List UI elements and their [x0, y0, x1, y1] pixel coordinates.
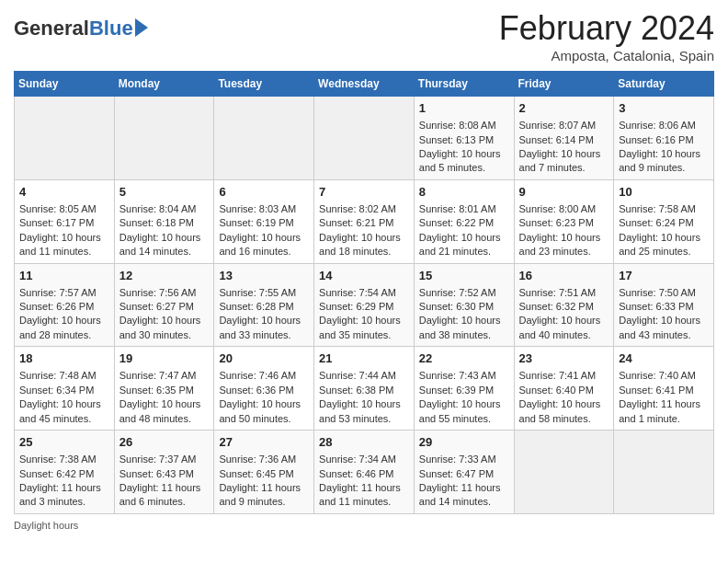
- day-info-line: Sunset: 6:36 PM: [219, 384, 309, 397]
- day-info-line: Sunset: 6:24 PM: [619, 216, 709, 230]
- day-info-line: Daylight: 10 hours and 50 minutes.: [219, 397, 309, 426]
- day-of-week-header: Sunday: [15, 72, 115, 97]
- day-info-line: Sunset: 6:19 PM: [219, 216, 309, 230]
- calendar-cell: [314, 97, 415, 180]
- calendar-cell: 4Sunrise: 8:05 AMSunset: 6:17 PMDaylight…: [15, 179, 115, 263]
- day-info-line: Sunrise: 7:44 AM: [319, 369, 409, 383]
- calendar-cell: 27Sunrise: 7:36 AMSunset: 6:45 PMDayligh…: [214, 431, 314, 514]
- day-number: 27: [219, 434, 309, 451]
- calendar-cell: 9Sunrise: 8:00 AMSunset: 6:23 PMDaylight…: [514, 179, 614, 263]
- day-info-line: Daylight: 10 hours and 53 minutes.: [319, 397, 409, 426]
- calendar-cell: 22Sunrise: 7:43 AMSunset: 6:39 PMDayligh…: [414, 347, 514, 431]
- calendar-week-row: 4Sunrise: 8:05 AMSunset: 6:17 PMDaylight…: [15, 179, 714, 263]
- day-info-line: Daylight: 10 hours and 48 minutes.: [119, 397, 210, 426]
- calendar-cell: 21Sunrise: 7:44 AMSunset: 6:38 PMDayligh…: [314, 347, 415, 431]
- calendar-cell: 18Sunrise: 7:48 AMSunset: 6:34 PMDayligh…: [15, 347, 115, 431]
- calendar-cell: 28Sunrise: 7:34 AMSunset: 6:46 PMDayligh…: [314, 431, 415, 514]
- calendar-week-row: 1Sunrise: 8:08 AMSunset: 6:13 PMDaylight…: [15, 97, 714, 180]
- calendar-cell: 24Sunrise: 7:40 AMSunset: 6:41 PMDayligh…: [614, 347, 714, 431]
- day-number: 19: [119, 350, 210, 367]
- day-of-week-header: Friday: [514, 72, 614, 97]
- footer-note: Daylight hours: [14, 520, 714, 531]
- calendar-week-row: 25Sunrise: 7:38 AMSunset: 6:42 PMDayligh…: [15, 431, 714, 514]
- day-info-line: Sunset: 6:39 PM: [419, 384, 509, 397]
- calendar-cell: 6Sunrise: 8:03 AMSunset: 6:19 PMDaylight…: [214, 179, 314, 263]
- calendar-body: 1Sunrise: 8:08 AMSunset: 6:13 PMDaylight…: [15, 97, 714, 514]
- day-info-line: Sunrise: 7:54 AM: [319, 286, 409, 300]
- day-number: 22: [419, 350, 509, 367]
- day-info-line: Sunrise: 7:48 AM: [19, 369, 109, 383]
- day-info-line: Sunrise: 7:43 AM: [419, 369, 509, 383]
- calendar-cell: 25Sunrise: 7:38 AMSunset: 6:42 PMDayligh…: [15, 431, 115, 514]
- day-number: 26: [119, 434, 210, 451]
- day-number: 7: [319, 184, 409, 201]
- day-info-line: Daylight: 11 hours and 3 minutes.: [19, 481, 109, 510]
- day-of-week-header: Saturday: [614, 72, 714, 97]
- day-info-line: Sunrise: 7:34 AM: [319, 453, 409, 466]
- day-info-line: Daylight: 11 hours and 9 minutes.: [219, 481, 309, 510]
- calendar-cell: 10Sunrise: 7:58 AMSunset: 6:24 PMDayligh…: [614, 179, 714, 263]
- day-info-line: Sunrise: 7:36 AM: [219, 453, 309, 466]
- calendar-cell: [214, 97, 314, 180]
- day-info-line: Sunrise: 8:04 AM: [119, 202, 210, 216]
- day-number: 18: [19, 350, 109, 367]
- day-info-line: Sunrise: 7:51 AM: [519, 286, 609, 300]
- calendar-cell: 23Sunrise: 7:41 AMSunset: 6:40 PMDayligh…: [514, 347, 614, 431]
- calendar-cell: 7Sunrise: 8:02 AMSunset: 6:21 PMDaylight…: [314, 179, 415, 263]
- day-info-line: Sunrise: 7:41 AM: [519, 369, 609, 383]
- day-number: 24: [619, 350, 709, 367]
- day-number: 20: [219, 350, 309, 367]
- day-number: 17: [619, 268, 709, 284]
- calendar-week-row: 11Sunrise: 7:57 AMSunset: 6:26 PMDayligh…: [15, 263, 714, 347]
- day-number: 6: [219, 184, 309, 201]
- month-year-title: February 2024: [499, 9, 714, 48]
- day-number: 3: [619, 100, 709, 117]
- day-info-line: Sunrise: 8:03 AM: [219, 202, 309, 216]
- calendar-cell: 11Sunrise: 7:57 AMSunset: 6:26 PMDayligh…: [15, 263, 115, 347]
- calendar-cell: 8Sunrise: 8:01 AMSunset: 6:22 PMDaylight…: [414, 179, 514, 263]
- day-info-line: Daylight: 10 hours and 25 minutes.: [619, 231, 709, 259]
- day-info-line: Sunset: 6:17 PM: [19, 216, 109, 230]
- calendar-cell: 15Sunrise: 7:52 AMSunset: 6:30 PMDayligh…: [414, 263, 514, 347]
- day-number: 11: [19, 268, 109, 284]
- day-of-week-header: Monday: [114, 72, 214, 97]
- day-info-line: Sunset: 6:43 PM: [119, 467, 210, 481]
- calendar-header: SundayMondayTuesdayWednesdayThursdayFrid…: [15, 72, 714, 97]
- day-number: 29: [419, 434, 509, 451]
- calendar-cell: 20Sunrise: 7:46 AMSunset: 6:36 PMDayligh…: [214, 347, 314, 431]
- day-info-line: Sunrise: 8:01 AM: [419, 202, 509, 216]
- day-info-line: Sunset: 6:40 PM: [519, 384, 609, 397]
- day-info-line: Sunrise: 8:07 AM: [519, 119, 609, 132]
- logo-arrow-icon: [135, 18, 148, 37]
- day-info-line: Daylight: 11 hours and 14 minutes.: [419, 481, 509, 510]
- calendar-cell: 29Sunrise: 7:33 AMSunset: 6:47 PMDayligh…: [414, 431, 514, 514]
- day-info-line: Daylight: 10 hours and 30 minutes.: [119, 314, 210, 342]
- day-info-line: Sunrise: 7:37 AM: [119, 453, 210, 466]
- day-number: 23: [519, 350, 609, 367]
- day-info-line: Sunset: 6:27 PM: [119, 300, 210, 314]
- day-info-line: Daylight: 11 hours and 6 minutes.: [119, 481, 210, 510]
- calendar-cell: [114, 97, 214, 180]
- day-info-line: Sunset: 6:38 PM: [319, 384, 409, 397]
- calendar-cell: 3Sunrise: 8:06 AMSunset: 6:16 PMDaylight…: [614, 97, 714, 180]
- day-info-line: Sunrise: 8:08 AM: [419, 119, 509, 132]
- day-number: 25: [19, 434, 109, 451]
- calendar-cell: 13Sunrise: 7:55 AMSunset: 6:28 PMDayligh…: [214, 263, 314, 347]
- day-number: 14: [319, 268, 409, 284]
- day-info-line: Sunrise: 7:38 AM: [19, 453, 109, 466]
- day-info-line: Sunrise: 7:50 AM: [619, 286, 709, 300]
- day-info-line: Sunset: 6:22 PM: [419, 216, 509, 230]
- day-number: 9: [519, 184, 609, 201]
- day-info-line: Sunset: 6:30 PM: [419, 300, 509, 314]
- calendar-cell: 12Sunrise: 7:56 AMSunset: 6:27 PMDayligh…: [114, 263, 214, 347]
- day-info-line: Daylight: 10 hours and 14 minutes.: [119, 231, 210, 259]
- day-info-line: Daylight: 10 hours and 11 minutes.: [19, 231, 109, 259]
- day-info-line: Daylight: 10 hours and 7 minutes.: [519, 147, 609, 176]
- day-info-line: Daylight: 11 hours and 11 minutes.: [319, 481, 409, 510]
- header-row: SundayMondayTuesdayWednesdayThursdayFrid…: [15, 72, 714, 97]
- day-info-line: Sunrise: 7:47 AM: [119, 369, 210, 383]
- day-info-line: Sunset: 6:45 PM: [219, 467, 309, 481]
- calendar-cell: [15, 97, 115, 180]
- calendar-cell: [514, 431, 614, 514]
- calendar-table: SundayMondayTuesdayWednesdayThursdayFrid…: [14, 71, 714, 514]
